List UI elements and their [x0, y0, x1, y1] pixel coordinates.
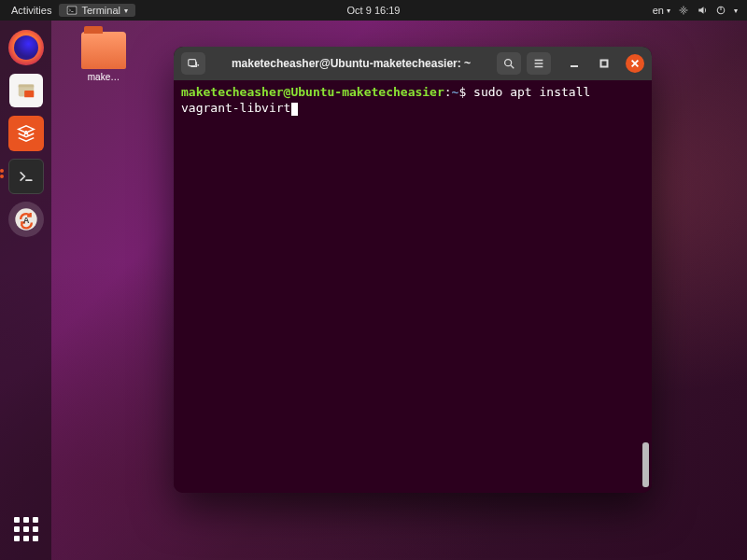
- svg-line-12: [511, 65, 514, 69]
- chevron-down-icon[interactable]: ▾: [734, 7, 738, 15]
- volume-icon[interactable]: [697, 5, 708, 16]
- app-menu[interactable]: Terminal ▾: [59, 4, 135, 17]
- minimize-icon: [569, 58, 580, 69]
- lang-label: en: [653, 5, 664, 16]
- svg-text:A: A: [22, 216, 29, 225]
- software-icon: A: [8, 116, 44, 151]
- chevron-down-icon: ▾: [124, 7, 128, 15]
- terminal-icon: [66, 5, 78, 16]
- text-cursor: [291, 103, 298, 116]
- new-tab-icon: [187, 57, 200, 70]
- chevron-down-icon: ▾: [667, 7, 670, 15]
- app-menu-label: Terminal: [81, 5, 120, 16]
- prompt-colon: :: [444, 85, 452, 99]
- activities-button[interactable]: Activities: [6, 3, 57, 18]
- dock-firefox[interactable]: [7, 28, 46, 67]
- minimize-button[interactable]: [568, 57, 581, 70]
- window-title: maketecheasher@Ubuntu-maketecheasier: ~: [211, 57, 491, 70]
- terminal-body[interactable]: maketecheasher@Ubuntu-maketecheasier:~$ …: [174, 80, 652, 493]
- prompt-user: maketecheasher@Ubuntu-maketecheasier: [181, 85, 444, 99]
- folder-label: make…: [75, 72, 133, 82]
- desktop-folder[interactable]: make…: [75, 32, 133, 82]
- terminal-window: maketecheasher@Ubuntu-maketecheasier: ~ …: [174, 47, 652, 493]
- maximize-icon: [599, 58, 610, 69]
- svg-rect-6: [24, 91, 34, 97]
- dock-terminal[interactable]: [7, 157, 46, 196]
- top-bar: Activities Terminal ▾ Oct 9 16:19 en ▾ ▾: [0, 0, 747, 21]
- maximize-button[interactable]: [598, 57, 611, 70]
- power-icon[interactable]: [715, 5, 726, 16]
- show-applications-button[interactable]: [0, 508, 51, 551]
- svg-point-11: [505, 60, 512, 66]
- new-tab-button[interactable]: [181, 52, 205, 75]
- firefox-icon: [8, 30, 44, 65]
- scrollbar-thumb[interactable]: [642, 442, 649, 487]
- close-button[interactable]: [626, 54, 644, 73]
- dock-software[interactable]: A: [7, 114, 46, 153]
- svg-text:A: A: [22, 129, 29, 138]
- svg-rect-5: [18, 85, 34, 88]
- hamburger-menu-button[interactable]: [527, 52, 551, 75]
- updater-icon: A: [8, 202, 44, 237]
- dock: A A: [0, 21, 51, 560]
- input-source-indicator[interactable]: en ▾: [653, 5, 670, 16]
- svg-rect-10: [189, 60, 196, 66]
- network-icon[interactable]: [678, 5, 689, 16]
- search-button[interactable]: [497, 52, 521, 75]
- dock-files[interactable]: [7, 71, 46, 110]
- folder-icon: [81, 32, 126, 69]
- svg-rect-1: [68, 7, 77, 14]
- terminal-headerbar: maketecheasher@Ubuntu-maketecheasier: ~: [174, 47, 652, 80]
- close-icon: [630, 59, 640, 68]
- prompt-spacer: [466, 85, 473, 99]
- search-icon: [502, 57, 515, 70]
- svg-rect-17: [601, 61, 608, 67]
- dock-updater[interactable]: A: [7, 200, 46, 239]
- hamburger-icon: [532, 57, 545, 70]
- files-icon: [9, 74, 43, 107]
- clock[interactable]: Oct 9 16:19: [347, 5, 401, 16]
- terminal-icon: [8, 159, 44, 194]
